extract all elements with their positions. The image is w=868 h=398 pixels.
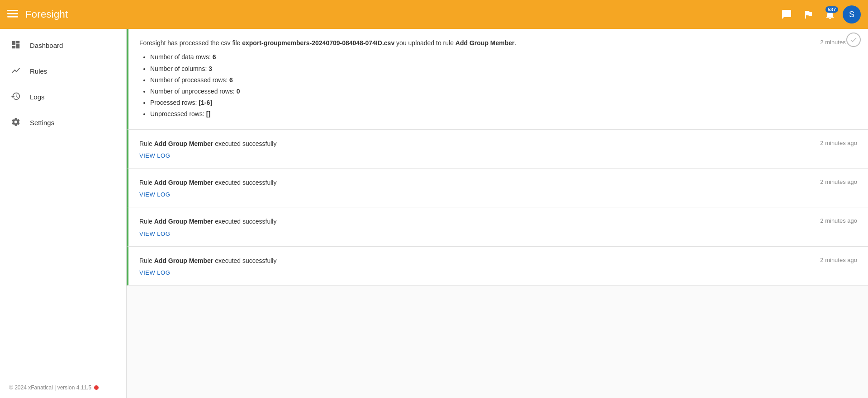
sidebar-item-settings[interactable]: Settings (0, 110, 126, 136)
stat-processed-range: Processed rows: [1-6] (150, 97, 809, 108)
menu-icon[interactable] (7, 8, 18, 21)
rule-4-pre: Rule (139, 257, 154, 264)
view-log-3-link[interactable]: VIEW LOG (139, 230, 170, 237)
notification-rule-4-text: Rule Add Group Member executed successfu… (139, 256, 809, 266)
notification-rule-4: Rule Add Group Member executed successfu… (127, 247, 868, 286)
dashboard-icon (11, 40, 21, 51)
notification-rule-1: Rule Add Group Member executed successfu… (127, 130, 868, 169)
stat-processed-rows: Number of processed rows: 6 (150, 75, 809, 86)
main-content: Foresight has processed the csv file exp… (127, 29, 868, 398)
sidebar: Dashboard Rules Logs Settings © 2024 xFa… (0, 29, 127, 398)
sidebar-footer: © 2024 xFanatical | version 4.11.5 (0, 377, 126, 398)
sidebar-item-rules[interactable]: Rules (0, 58, 126, 84)
notification-rule-3-content: Rule Add Group Member executed successfu… (139, 216, 809, 237)
csv-intro-text: Foresight has processed the csv file (139, 39, 242, 47)
view-log-2-link[interactable]: VIEW LOG (139, 191, 170, 198)
sidebar-rules-label: Rules (30, 67, 47, 75)
user-avatar[interactable]: S (843, 5, 861, 23)
app-title: Foresight (25, 9, 68, 20)
notification-rule-2-content: Rule Add Group Member executed successfu… (139, 178, 809, 198)
view-log-4-link[interactable]: VIEW LOG (139, 269, 170, 276)
rule-3-post: executed successfully (213, 218, 276, 225)
svg-rect-0 (7, 10, 18, 11)
notification-rule-3: Rule Add Group Member executed successfu… (127, 207, 868, 246)
rules-icon (11, 66, 21, 77)
notification-csv-processed: Foresight has processed the csv file exp… (127, 29, 868, 130)
sidebar-settings-label: Settings (30, 119, 54, 126)
sidebar-item-dashboard[interactable]: Dashboard (0, 33, 126, 58)
notification-rule-4-time: 2 minutes ago (820, 257, 857, 263)
notification-rule-1-time: 2 minutes ago (820, 140, 857, 146)
rule-2-name: Add Group Member (154, 179, 213, 186)
csv-mid-text: you uploaded to rule (394, 39, 455, 47)
sidebar-logs-label: Logs (30, 93, 45, 101)
stat-data-rows: Number of data rows: 6 (150, 52, 809, 63)
svg-rect-2 (7, 16, 18, 18)
notification-rule-1-text: Rule Add Group Member executed successfu… (139, 139, 809, 149)
version-status-dot (94, 385, 99, 390)
csv-end-text: . (515, 39, 517, 47)
footer-text: © 2024 xFanatical | version 4.11.5 (9, 384, 91, 391)
sidebar-dashboard-label: Dashboard (30, 42, 63, 49)
csv-rule-name: Add Group Member (455, 39, 515, 47)
stat-unprocessed-rows: Number of unprocessed rows: 0 (150, 86, 809, 97)
notification-rule-3-time: 2 minutes ago (820, 217, 857, 224)
rule-2-pre: Rule (139, 179, 154, 186)
rule-1-pre: Rule (139, 140, 154, 147)
header-actions: 537 S (778, 5, 861, 23)
logs-icon (11, 91, 21, 103)
notification-rule-4-content: Rule Add Group Member executed successfu… (139, 256, 809, 276)
csv-filename: export-groupmembers-20240709-084048-074I… (242, 39, 394, 47)
stat-unprocessed-list: Unprocessed rows: [] (150, 108, 809, 120)
notification-count: 537 (825, 6, 838, 13)
rule-4-name: Add Group Member (154, 257, 213, 264)
notification-rule-2-text: Rule Add Group Member executed successfu… (139, 178, 809, 187)
notification-rule-3-text: Rule Add Group Member executed successfu… (139, 216, 809, 226)
rule-3-pre: Rule (139, 218, 154, 225)
notifications-button[interactable]: 537 (821, 5, 839, 23)
rule-1-name: Add Group Member (154, 140, 213, 147)
body-container: Dashboard Rules Logs Settings © 2024 xFa… (0, 29, 868, 398)
notification-csv-content: Foresight has processed the csv file exp… (139, 38, 809, 120)
view-log-1-link[interactable]: VIEW LOG (139, 152, 170, 159)
app-header: Foresight 537 S (0, 0, 868, 29)
rule-2-post: executed successfully (213, 179, 276, 186)
rule-1-post: executed successfully (213, 140, 276, 147)
sidebar-item-logs[interactable]: Logs (0, 84, 126, 110)
svg-rect-1 (7, 13, 18, 14)
rule-3-name: Add Group Member (154, 218, 213, 225)
chat-button[interactable] (778, 5, 796, 23)
check-circle-button[interactable] (846, 33, 861, 47)
settings-icon (11, 117, 21, 128)
notification-csv-text: Foresight has processed the csv file exp… (139, 38, 809, 48)
rule-4-post: executed successfully (213, 257, 276, 264)
csv-stats-list: Number of data rows: 6 Number of columns… (139, 52, 809, 120)
alerts-button[interactable] (799, 5, 817, 23)
stat-columns: Number of columns: 3 (150, 63, 809, 75)
notification-rule-1-content: Rule Add Group Member executed successfu… (139, 139, 809, 159)
notification-rule-2-time: 2 minutes ago (820, 178, 857, 185)
notification-rule-2: Rule Add Group Member executed successfu… (127, 169, 868, 207)
